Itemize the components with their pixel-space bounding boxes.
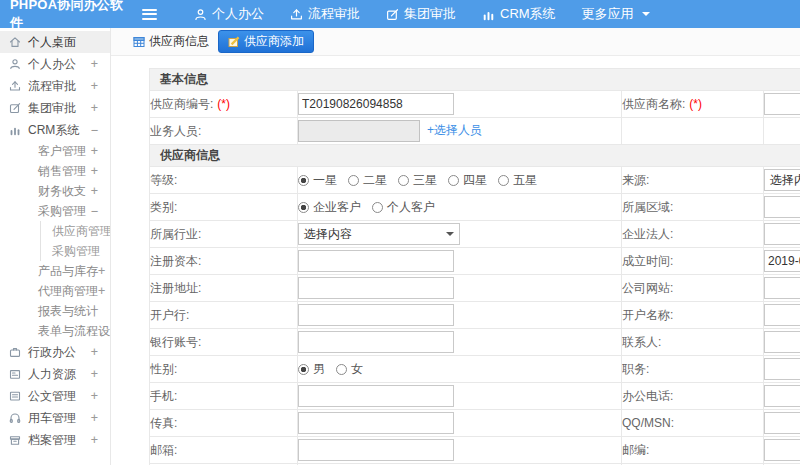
category-radio-1[interactable]: 个人客户 — [372, 199, 435, 216]
sidebar-item-label: 行政办公 — [28, 344, 76, 361]
bank-name-input[interactable] — [298, 304, 454, 326]
sidebar-item-13[interactable]: 报表与统计 — [0, 301, 110, 321]
contact-person-input[interactable] — [764, 331, 800, 353]
sidebar-item-3[interactable]: 集团审批+ — [0, 97, 110, 119]
radio-icon[interactable] — [336, 364, 347, 375]
sidebar-item-6[interactable]: 销售管理+ — [0, 161, 110, 181]
field-value-cell — [764, 437, 800, 464]
registered-address-input[interactable] — [298, 277, 454, 299]
top-nav-edit[interactable]: 集团审批 — [373, 0, 469, 28]
industry-select[interactable]: 选择内容 — [298, 223, 460, 245]
top-nav-chart[interactable]: CRM系统 — [469, 0, 569, 28]
zip-code-input[interactable] — [764, 439, 800, 461]
company-website-input[interactable] — [764, 277, 800, 299]
field-label: 成立时间: — [622, 254, 673, 268]
field-value-cell — [298, 302, 622, 329]
top-nav-upload[interactable]: 流程审批 — [277, 0, 373, 28]
required-mark: (*) — [689, 97, 702, 111]
section-header: 基本信息 — [150, 69, 800, 91]
account-name-input[interactable] — [764, 304, 800, 326]
radio-icon[interactable] — [298, 364, 309, 375]
level-radio-3[interactable]: 四星 — [448, 172, 487, 189]
sidebar-item-4[interactable]: CRM系统− — [0, 119, 110, 141]
radio-icon[interactable] — [398, 175, 409, 186]
radio-icon[interactable] — [448, 175, 459, 186]
menu-toggle-icon[interactable] — [142, 6, 157, 22]
sidebar-item-label: CRM系统 — [28, 122, 79, 139]
radio-label: 四星 — [463, 172, 487, 189]
sidebar-item-11[interactable]: 产品与库存+ — [0, 261, 110, 281]
expander-icon: − — [91, 204, 110, 218]
top-nav-caret-down[interactable]: 更多应用 — [569, 0, 663, 28]
gender-radio-1[interactable]: 女 — [336, 361, 363, 378]
radio-label: 女 — [351, 361, 363, 378]
registered-capital-input[interactable] — [298, 250, 454, 272]
category-radio-0[interactable]: 企业客户 — [298, 199, 361, 216]
level-radio-2[interactable]: 三星 — [398, 172, 437, 189]
field-value-cell — [764, 118, 800, 145]
radio-icon[interactable] — [348, 175, 359, 186]
field-label: QQ/MSN: — [622, 416, 674, 430]
sidebar-item-17[interactable]: 公文管理+ — [0, 385, 110, 407]
sidebar-item-9[interactable]: 供应商管理 — [40, 221, 110, 241]
bank-account-input[interactable] — [298, 331, 454, 353]
sidebar-item-16[interactable]: 人力资源+ — [0, 363, 110, 385]
sidebar-item-7[interactable]: 财务收支+ — [0, 181, 110, 201]
field-label-cell: 企业法人: — [622, 221, 764, 248]
sidebar-item-label: 人力资源 — [28, 366, 76, 383]
top-nav-user[interactable]: 个人办公 — [181, 0, 277, 28]
field-label: 类别: — [150, 200, 177, 214]
email-input[interactable] — [298, 439, 454, 461]
radio-label: 企业客户 — [313, 199, 361, 216]
level-radio-4[interactable]: 五星 — [498, 172, 537, 189]
legal-person-input[interactable] — [764, 223, 800, 245]
sidebar-item-label: 表单与流程设置 — [38, 323, 111, 340]
sidebar-item-8[interactable]: 采购管理− — [0, 201, 110, 221]
expander-icon: + — [91, 184, 110, 198]
radio-label: 个人客户 — [387, 199, 435, 216]
sidebar-item-15[interactable]: 行政办公+ — [0, 341, 110, 363]
sidebar-item-label: 档案管理 — [28, 432, 76, 449]
select-person-link[interactable]: +选择人员 — [427, 123, 482, 137]
field-label: 所属行业: — [150, 227, 201, 241]
sidebar-item-18[interactable]: 用车管理+ — [0, 407, 110, 429]
qq-msn-input[interactable] — [764, 412, 800, 434]
sidebar-item-5[interactable]: 客户管理+ — [0, 141, 110, 161]
sidebar-item-label: 财务收支 — [38, 183, 86, 200]
field-value-cell — [298, 275, 622, 302]
business-staff-input[interactable] — [298, 120, 420, 142]
field-value-cell — [764, 275, 800, 302]
supplier-no-input[interactable] — [298, 93, 454, 115]
supplier-name-input[interactable] — [764, 93, 800, 115]
expander-icon: + — [91, 101, 110, 115]
sidebar-item-19[interactable]: 档案管理+ — [0, 429, 110, 451]
tab-1[interactable]: 供应商添加 — [218, 30, 314, 53]
sidebar-item-14[interactable]: 表单与流程设置+ — [0, 321, 110, 341]
field-value-cell — [764, 410, 800, 437]
established-date-input[interactable] — [764, 250, 800, 272]
sidebar-item-0[interactable]: 个人桌面 — [0, 31, 110, 53]
radio-icon[interactable] — [498, 175, 509, 186]
field-label-cell: 银行账号: — [150, 329, 298, 356]
field-label: 邮箱: — [150, 443, 177, 457]
fax-input[interactable] — [298, 412, 454, 434]
tab-0[interactable]: 供应商信息 — [133, 33, 209, 50]
level-radio-1[interactable]: 二星 — [348, 172, 387, 189]
position-input[interactable] — [764, 358, 800, 380]
region-input[interactable] — [764, 196, 800, 218]
sidebar-item-2[interactable]: 流程审批+ — [0, 75, 110, 97]
radio-icon[interactable] — [372, 202, 383, 213]
gender-radio-0[interactable]: 男 — [298, 361, 325, 378]
radio-icon[interactable] — [298, 175, 309, 186]
field-value-cell — [298, 437, 622, 464]
source-select[interactable]: 选择内容 — [764, 169, 800, 191]
radio-icon[interactable] — [298, 202, 309, 213]
sidebar-item-1[interactable]: 个人办公+ — [0, 53, 110, 75]
idcard-icon — [9, 368, 21, 380]
sidebar-item-12[interactable]: 代理商管理+ — [0, 281, 110, 301]
mobile-input[interactable] — [298, 385, 454, 407]
level-radio-0[interactable]: 一星 — [298, 172, 337, 189]
office-phone-input[interactable] — [764, 385, 800, 407]
sidebar-item-10[interactable]: 采购管理 — [40, 241, 110, 261]
tab-label: 供应商信息 — [149, 33, 209, 50]
